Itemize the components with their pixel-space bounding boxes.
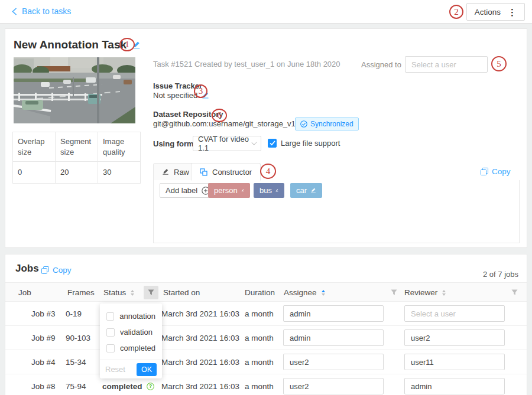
reviewer-input[interactable] — [404, 378, 505, 394]
job-status-text: completed — [102, 382, 142, 391]
tab-constructor[interactable]: Constructor — [191, 163, 261, 181]
col-job: Job — [18, 283, 31, 302]
params-value-row: 0 20 30 — [13, 162, 141, 184]
filter-option-validation[interactable]: validation — [100, 324, 162, 340]
filter-option-label: completed — [120, 344, 155, 352]
label-tag-bus[interactable]: bus — [254, 183, 284, 198]
checkbox-unchecked-icon[interactable] — [106, 344, 115, 352]
label-tag-car[interactable]: car — [290, 183, 322, 198]
filter-ok-button[interactable]: OK — [137, 363, 157, 376]
filter-funnel-icon — [391, 289, 397, 296]
task-title: New Annotation Task — [14, 38, 126, 51]
callout-2: 2 — [449, 5, 463, 19]
filter-option-label: validation — [120, 328, 153, 337]
job-row: Job #9 90-103 March 3rd 2021 16:03 a mon… — [5, 326, 527, 350]
reviewer-input[interactable] — [404, 329, 505, 346]
sort-caret-icon — [131, 290, 134, 296]
param-value: 0 — [13, 162, 56, 184]
job-frames: 0-19 — [66, 302, 82, 326]
format-select[interactable]: CVAT for video 1.1 — [193, 136, 261, 151]
copy-labels-button[interactable]: Copy — [481, 167, 511, 176]
col-frames: Frames — [67, 283, 95, 302]
job-link[interactable]: Job #4 — [31, 350, 56, 374]
col-reviewer-sort[interactable]: Reviewer — [404, 283, 446, 302]
large-file-support-label: Large file support — [281, 139, 340, 148]
callout-3: 3 — [194, 84, 207, 98]
cvat-task-page: Back to tasks Actions ⋮ New Annotation T… — [0, 0, 532, 395]
svg-text:?: ? — [148, 383, 151, 389]
dataset-repo-url[interactable]: git@github.com:username/git_storage_v123… — [153, 119, 314, 128]
job-duration: a month — [245, 374, 274, 395]
copy-icon — [481, 168, 488, 175]
sort-caret-icon — [322, 290, 325, 296]
add-label-button[interactable]: Add label — [160, 183, 216, 198]
jobs-table-header: Job Frames Status Started on Duration As… — [5, 282, 527, 302]
col-status-sort[interactable]: Status — [103, 283, 134, 302]
assigned-to-input[interactable] — [405, 56, 488, 73]
sort-caret-icon — [442, 290, 446, 296]
job-started: March 3rd 2021 16:03 — [161, 302, 239, 326]
job-link[interactable]: Job #9 — [31, 326, 56, 350]
param-header: Overlap size — [13, 132, 56, 162]
issue-tracker-value: Not specified — [153, 91, 197, 100]
assignee-input[interactable] — [283, 354, 384, 370]
filter-option-completed[interactable]: completed — [100, 340, 162, 356]
edit-label-icon[interactable] — [241, 187, 244, 194]
job-link[interactable]: Job #3 — [31, 302, 56, 326]
job-duration: a month — [245, 302, 274, 326]
reviewer-filter-button[interactable] — [507, 286, 522, 299]
actions-button[interactable]: Actions ⋮ — [466, 3, 525, 21]
copy-jobs-button[interactable]: Copy — [41, 266, 72, 275]
edit-label-icon[interactable] — [310, 187, 316, 194]
assigned-to-label: Assigned to — [361, 60, 401, 69]
jobs-card: Jobs Copy 2 of 7 jobs Job Frames Status … — [5, 254, 527, 395]
job-duration: a month — [245, 350, 274, 374]
callout-1: 1 — [119, 38, 135, 51]
assignee-input[interactable] — [283, 378, 384, 394]
task-thumbnail — [14, 57, 135, 123]
back-to-tasks-link[interactable]: Back to tasks — [12, 6, 71, 16]
status-filter-button[interactable] — [144, 286, 158, 299]
label-tag-person[interactable]: person — [208, 183, 250, 198]
col-assignee-label: Assignee — [284, 288, 317, 297]
assignee-input[interactable] — [283, 305, 384, 322]
param-value: 20 — [56, 162, 98, 184]
back-chevron-icon — [12, 8, 17, 15]
checkbox-unchecked-icon[interactable] — [106, 312, 114, 321]
label-tag-person-name: person — [214, 186, 238, 195]
filter-option-label: annotation — [119, 312, 155, 321]
assignee-input[interactable] — [283, 329, 384, 346]
filter-reset-button[interactable]: Reset — [105, 365, 125, 374]
filter-funnel-icon — [148, 289, 154, 296]
tab-raw-label: Raw — [174, 168, 189, 177]
tab-constructor-label: Constructor — [212, 168, 252, 177]
job-started: March 3rd 2021 16:03 — [161, 350, 239, 374]
reviewer-input[interactable] — [404, 305, 505, 322]
col-status-label: Status — [103, 288, 126, 297]
job-started: March 3rd 2021 16:03 — [161, 374, 239, 395]
assignee-filter-button[interactable] — [387, 286, 401, 299]
large-file-support-checkbox[interactable] — [268, 139, 277, 148]
params-header-row: Overlap size Segment size Image quality — [13, 132, 141, 162]
callout-5: 5 — [491, 56, 507, 71]
param-header: Segment size — [56, 132, 98, 162]
label-tag-car-name: car — [296, 186, 307, 195]
callout-6: 6 — [212, 109, 227, 122]
format-select-value: CVAT for video 1.1 — [198, 135, 252, 152]
job-started: March 3rd 2021 16:03 — [161, 326, 239, 350]
param-header: Image quality — [98, 132, 141, 162]
edit-label-icon[interactable] — [275, 187, 278, 194]
add-label-text: Add label — [166, 186, 197, 195]
filter-option-annotation[interactable]: annotation — [100, 308, 162, 324]
callout-4: 4 — [260, 164, 276, 179]
col-assignee-sort[interactable]: Assignee — [284, 283, 325, 302]
col-started: Started on — [163, 283, 200, 302]
checkbox-unchecked-icon[interactable] — [106, 328, 115, 337]
job-link[interactable]: Job #8 — [31, 374, 56, 395]
reviewer-input[interactable] — [404, 354, 505, 370]
copy-labels-label: Copy — [492, 167, 511, 176]
back-label: Back to tasks — [22, 6, 71, 16]
jobs-title: Jobs — [15, 263, 39, 275]
job-frames: 75-94 — [66, 374, 86, 395]
check-circle-icon — [300, 120, 307, 128]
